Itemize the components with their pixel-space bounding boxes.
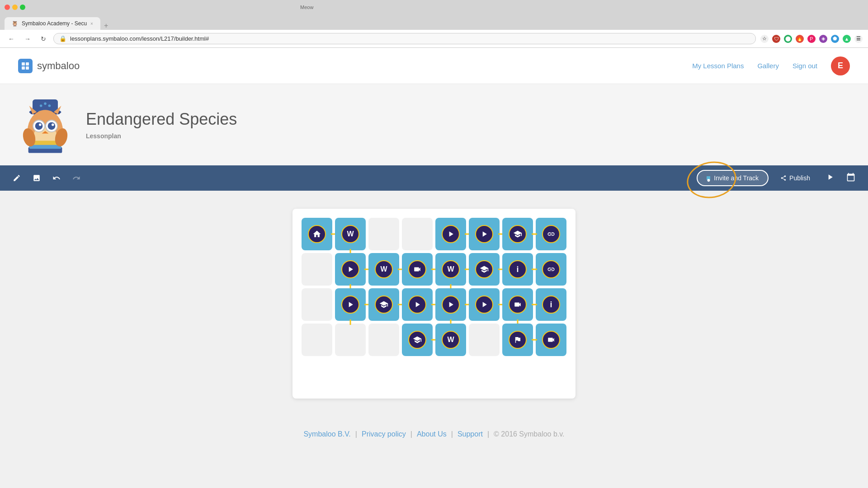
connector-h [532, 304, 537, 305]
tile-graduation-1[interactable] [502, 218, 533, 250]
play-button[interactable] [822, 169, 838, 187]
tile-icon [408, 260, 426, 278]
lesson-title: Endangered Species [86, 110, 237, 129]
tab-close-icon[interactable]: × [90, 21, 93, 26]
tile-link-2[interactable] [536, 253, 566, 286]
redo-button[interactable] [69, 170, 84, 186]
user-avatar[interactable]: E [831, 56, 850, 75]
tile-youtube-4[interactable] [335, 288, 366, 321]
tile-icon: i [509, 260, 527, 278]
lesson-subtitle: Lessonplan [86, 132, 237, 140]
close-dot[interactable] [5, 5, 10, 10]
tile-icon: W [442, 260, 460, 278]
svg-point-28 [48, 104, 51, 107]
tile-youtube-3[interactable] [335, 253, 366, 286]
grid-cell-empty [402, 218, 433, 250]
forward-button[interactable]: → [22, 34, 33, 43]
tile-video-2[interactable] [502, 288, 533, 321]
ext-icon-4[interactable]: P [807, 35, 816, 43]
logo-icon [18, 59, 33, 73]
grid-cell-empty [302, 253, 332, 286]
browser-icons: ☆ 🛡 ⬤ 🔥 P ◈ ⬟ ▲ ☰ [760, 35, 863, 43]
tile-youtube-5[interactable] [402, 288, 433, 321]
owl-mascot [18, 93, 72, 156]
ext-icon-1[interactable]: 🛡 [772, 35, 780, 43]
tile-icon [542, 225, 560, 243]
tab-favicon: 🦉 [12, 21, 18, 27]
lesson-header: Endangered Species Lessonplan [0, 84, 868, 165]
dot-icon: ● [707, 176, 710, 180]
tile-word-4[interactable]: W [435, 324, 466, 356]
menu-icon[interactable]: ☰ [854, 35, 863, 43]
svg-point-12 [48, 122, 56, 130]
support-link[interactable]: Support [458, 430, 483, 438]
tile-icon [442, 296, 460, 314]
edit-button[interactable] [9, 170, 24, 186]
bookmark-icon[interactable]: ☆ [760, 35, 769, 43]
grid-row-1: W [302, 218, 566, 250]
sign-out-link[interactable]: Sign out [793, 62, 817, 70]
gallery-link[interactable]: Gallery [757, 62, 779, 70]
calendar-button[interactable] [843, 169, 859, 187]
ext-icon-2[interactable]: ⬤ [784, 35, 792, 43]
tile-flag[interactable] [502, 324, 533, 356]
reload-button[interactable]: ↻ [38, 34, 49, 43]
footer-sep-4: | [487, 430, 489, 438]
tile-word-2[interactable]: W [368, 253, 399, 286]
url-input[interactable]: 🔒 lessonplans.symbaloo.com/lesson/L217/b… [53, 33, 756, 44]
tile-info-1[interactable]: i [502, 253, 533, 286]
redo-icon [72, 174, 80, 182]
ext-icon-5[interactable]: ◈ [819, 35, 827, 43]
tab-title: Symbaloo Academy - Secu [22, 20, 87, 27]
play-icon [826, 173, 835, 182]
footer-sep-3: | [451, 430, 453, 438]
browser-tab[interactable]: 🦉 Symbaloo Academy - Secu × [5, 17, 100, 30]
tile-link-1[interactable] [536, 218, 566, 250]
minimize-dot[interactable] [12, 5, 18, 10]
publish-button[interactable]: Publish [773, 171, 817, 185]
tile-youtube-1[interactable] [435, 218, 466, 250]
grid-row-3: i [302, 288, 566, 321]
ext-icon-3[interactable]: 🔥 [796, 35, 804, 43]
back-button[interactable]: ← [5, 34, 17, 43]
tile-graduation-2[interactable] [469, 253, 500, 286]
connector-h [532, 234, 537, 235]
calendar-icon [846, 173, 855, 182]
about-us-link[interactable]: About Us [417, 430, 447, 438]
tile-graduation-3[interactable] [368, 288, 399, 321]
connector-h [532, 269, 537, 270]
my-lesson-plans-link[interactable]: My Lesson Plans [692, 62, 744, 70]
tile-youtube-6[interactable] [435, 288, 466, 321]
privacy-policy-link[interactable]: Privacy policy [362, 430, 406, 438]
tile-house[interactable] [302, 218, 332, 250]
tile-word-1[interactable]: W [335, 218, 366, 250]
owl-svg [18, 93, 72, 156]
footer: Symbaloo B.V. | Privacy policy | About U… [0, 417, 868, 452]
browser-titlebar: Meow [0, 0, 868, 14]
footer-links: Symbaloo B.V. | Privacy policy | About U… [9, 430, 859, 438]
symbaloo-bv-link[interactable]: Symbaloo B.V. [303, 430, 350, 438]
svg-rect-0 [22, 62, 25, 66]
ext-icon-7[interactable]: ▲ [843, 35, 851, 43]
invite-track-button[interactable]: ● Invite and Track [697, 170, 769, 186]
tile-video-1[interactable] [402, 253, 433, 286]
ext-icon-6[interactable]: ⬟ [831, 35, 839, 43]
maximize-dot[interactable] [20, 5, 25, 10]
new-tab-button[interactable]: + [104, 22, 108, 30]
tile-icon [542, 260, 560, 278]
publish-label: Publish [789, 174, 810, 182]
tile-word-3[interactable]: W [435, 253, 466, 286]
undo-button[interactable] [49, 170, 64, 186]
grid-cell-empty [368, 218, 399, 250]
image-button[interactable] [29, 170, 44, 186]
tile-icon [408, 331, 426, 349]
tile-youtube-7[interactable] [469, 288, 500, 321]
tile-icon [341, 260, 359, 278]
tile-video-3[interactable] [536, 324, 566, 356]
tile-graduation-4[interactable] [402, 324, 433, 356]
tile-youtube-2[interactable] [469, 218, 500, 250]
tile-info-2[interactable]: i [536, 288, 566, 321]
footer-sep-2: | [410, 430, 412, 438]
url-text: lessonplans.symbaloo.com/lesson/L217/bui… [70, 35, 209, 42]
app-header: symbaloo My Lesson Plans Gallery Sign ou… [0, 48, 868, 84]
